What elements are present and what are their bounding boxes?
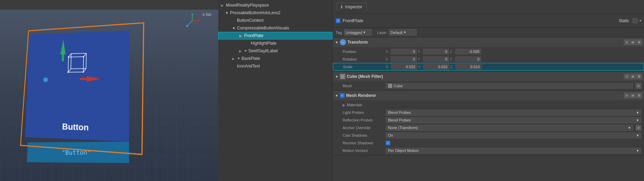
anchor-override-value: None (Transform) bbox=[388, 126, 418, 130]
tag-label: Tag bbox=[336, 30, 342, 35]
scale-x-input[interactable]: 0.032 bbox=[391, 64, 417, 70]
light-probes-label: Light Probes bbox=[343, 110, 384, 115]
mesh-filter-copy-btn[interactable]: ⎘ bbox=[624, 74, 629, 79]
mesh-renderer-paste-btn[interactable]: ⇌ bbox=[630, 93, 636, 98]
scale-z-input[interactable]: 0.016 bbox=[456, 64, 482, 70]
receive-shadows-checkbox[interactable]: ✓ bbox=[386, 141, 390, 145]
mesh-filter-paste-btn[interactable]: ⇌ bbox=[630, 74, 636, 79]
transform-corner-buttons: ⎘ ⇌ ⚙ bbox=[624, 39, 642, 45]
arrow-icon: ▶ bbox=[239, 49, 243, 53]
mesh-renderer-header[interactable]: ▼ ✓ Mesh Renderer ⎘ ⇌ ⚙ bbox=[333, 91, 644, 100]
mesh-value: Cube bbox=[394, 84, 403, 88]
scale-row: Scale X 0.032 Y 0.032 Z 0.016 bbox=[333, 63, 644, 71]
scale-z-label: Z bbox=[450, 65, 455, 69]
hier-label: IconAndText bbox=[237, 64, 260, 69]
mesh-select-btn[interactable]: ◎ bbox=[636, 83, 641, 89]
inspector-tab-label: Inspector bbox=[345, 4, 362, 9]
receive-shadows-label: Receive Shadows bbox=[343, 141, 384, 145]
hierarchy-item-back-plate[interactable]: ▶ ✦ BackPlate bbox=[218, 55, 333, 62]
transform-copy-btn[interactable]: ⎘ bbox=[624, 39, 629, 45]
reflection-probes-value: Blend Probes bbox=[388, 118, 411, 122]
scene-toolbar bbox=[0, 0, 218, 10]
mesh-value-dropdown[interactable]: Cube bbox=[386, 83, 633, 89]
motion-vectors-label: Motion Vectors bbox=[343, 148, 384, 153]
transform-paste-btn[interactable]: ⇌ bbox=[630, 39, 636, 45]
hierarchy-item-mixed-reality-playspace[interactable]: ▶ MixedRealityPlayspace bbox=[218, 1, 333, 9]
hier-label: BackPlate bbox=[241, 56, 260, 61]
static-label: Static bbox=[619, 18, 629, 23]
pos-z-input[interactable]: -0.008 bbox=[455, 49, 481, 54]
mesh-filter-header[interactable]: ▼ ⬡ Cube (Mesh Filter) ⎘ ⇌ ⚙ bbox=[333, 72, 644, 81]
transform-header[interactable]: ▼ ↔ Transform ⎘ ⇌ ⚙ bbox=[333, 37, 644, 47]
hierarchy-item-icon-and-text[interactable]: IconAndText bbox=[218, 62, 333, 70]
layer-dropdown-arrow: ▾ bbox=[404, 30, 406, 35]
arrow-icon: ▼ bbox=[232, 26, 236, 30]
mesh-cube-icon bbox=[388, 84, 392, 88]
anchor-override-dropdown[interactable]: None (Transform) ▾ bbox=[386, 125, 633, 131]
tag-dropdown[interactable]: Untagged ▾ bbox=[344, 29, 372, 35]
hierarchy-item-compressable-visuals[interactable]: ▼ CompressableButtonVisuals bbox=[218, 24, 333, 32]
transform-content: Position X 0 Y 0 Z -0.008 Rotation X 0 Y… bbox=[333, 47, 644, 71]
reflection-probes-arrow: ▾ bbox=[637, 118, 639, 123]
pos-y-label: Y bbox=[418, 50, 422, 54]
pos-x-input[interactable]: 0 bbox=[391, 49, 417, 54]
rot-z-input[interactable]: 0 bbox=[455, 56, 481, 62]
transform-icon: ↔ bbox=[340, 39, 346, 45]
cast-shadows-dropdown[interactable]: On ▾ bbox=[386, 133, 641, 138]
scale-y-input[interactable]: 0.032 bbox=[423, 64, 449, 70]
mesh-renderer-collapse-arrow: ▼ bbox=[335, 94, 338, 98]
inspector-tab[interactable]: ℹ Inspector bbox=[336, 3, 367, 11]
materials-expand-arrow[interactable]: ▶ bbox=[343, 103, 345, 107]
static-dropdown-arrow[interactable]: ▾ bbox=[639, 19, 641, 22]
hierarchy-item-highlight-plate[interactable]: HighlightPlate bbox=[218, 39, 333, 47]
materials-label: Materials bbox=[347, 103, 362, 107]
mesh-renderer-enabled[interactable]: ✓ bbox=[340, 93, 345, 98]
inspector-header: ℹ Inspector bbox=[333, 0, 644, 14]
hier-icon: ✦ bbox=[237, 56, 240, 61]
mesh-filter-settings-btn[interactable]: ⚙ bbox=[636, 74, 642, 79]
transform-settings-btn[interactable]: ⚙ bbox=[636, 39, 642, 45]
hierarchy-list: ▶ MixedRealityPlayspace ▼ PressableButto… bbox=[218, 0, 333, 181]
transform-title: Transform bbox=[347, 40, 623, 45]
hier-label: ButtonContent bbox=[237, 18, 264, 23]
reflection-probes-label: Reflection Probes bbox=[343, 118, 384, 122]
anchor-override-row: Anchor Override None (Transform) ▾ ◎ bbox=[333, 124, 644, 132]
rot-x-input[interactable]: 0 bbox=[391, 56, 417, 62]
hier-label: HighlightPlate bbox=[251, 41, 276, 46]
hier-label: CompressableButtonVisuals bbox=[237, 26, 289, 30]
static-checkbox[interactable] bbox=[633, 18, 637, 23]
reflection-probes-dropdown[interactable]: Blend Probes ▾ bbox=[386, 117, 641, 123]
hierarchy-item-see-it[interactable]: ▶ ✦ SeeItSayItLabel bbox=[218, 47, 333, 55]
rotation-label: Rotation bbox=[343, 57, 384, 61]
layer-dropdown[interactable]: Default ▾ bbox=[389, 29, 416, 35]
receive-shadows-row: Receive Shadows ✓ bbox=[333, 139, 644, 147]
reflection-probes-row: Reflection Probes Blend Probes ▾ bbox=[333, 116, 644, 124]
layer-value: Default bbox=[390, 30, 403, 35]
light-probes-dropdown[interactable]: Blend Probes ▾ bbox=[386, 110, 641, 116]
cast-shadows-value: On bbox=[388, 133, 393, 137]
rot-y-label: Y bbox=[418, 57, 422, 61]
anchor-override-select-btn[interactable]: ◎ bbox=[636, 125, 641, 130]
pos-y-input[interactable]: 0 bbox=[423, 49, 449, 54]
hierarchy-item-front-plate[interactable]: ▶ FrontPlate bbox=[218, 32, 333, 39]
mesh-filter-content: Mesh Cube ◎ bbox=[333, 81, 644, 90]
rot-y-input[interactable]: 0 bbox=[423, 56, 449, 62]
transform-component: ▼ ↔ Transform ⎘ ⇌ ⚙ Position X 0 Y 0 Z -… bbox=[333, 37, 644, 72]
scale-y-label: Y bbox=[418, 65, 422, 69]
mesh-renderer-copy-btn[interactable]: ⎘ bbox=[624, 93, 629, 98]
scale-xyz: X 0.032 Y 0.032 Z 0.016 bbox=[386, 64, 641, 70]
hierarchy-item-button-content[interactable]: ButtonContent bbox=[218, 17, 333, 24]
motion-vectors-dropdown[interactable]: Per Object Motion ▾ bbox=[386, 148, 641, 154]
tag-dropdown-arrow: ▾ bbox=[363, 30, 365, 35]
mesh-renderer-title: Mesh Renderer bbox=[346, 93, 623, 98]
mesh-label: Mesh bbox=[343, 84, 384, 88]
gameobject-enabled-checkbox[interactable]: ✓ bbox=[336, 18, 341, 23]
transform-collapse-arrow: ▼ bbox=[335, 40, 338, 44]
light-probes-arrow: ▾ bbox=[637, 110, 639, 115]
scene-view[interactable]: ≡ Iso bbox=[0, 0, 218, 181]
scale-label: Scale bbox=[343, 65, 385, 69]
hier-label: MixedRealityPlayspace bbox=[226, 3, 269, 8]
mesh-renderer-settings-btn[interactable]: ⚙ bbox=[636, 93, 642, 98]
hierarchy-item-pressable-button[interactable]: ▼ PressableButtonHoloLens2 bbox=[218, 9, 333, 17]
arrow-icon: ▶ bbox=[221, 3, 225, 7]
